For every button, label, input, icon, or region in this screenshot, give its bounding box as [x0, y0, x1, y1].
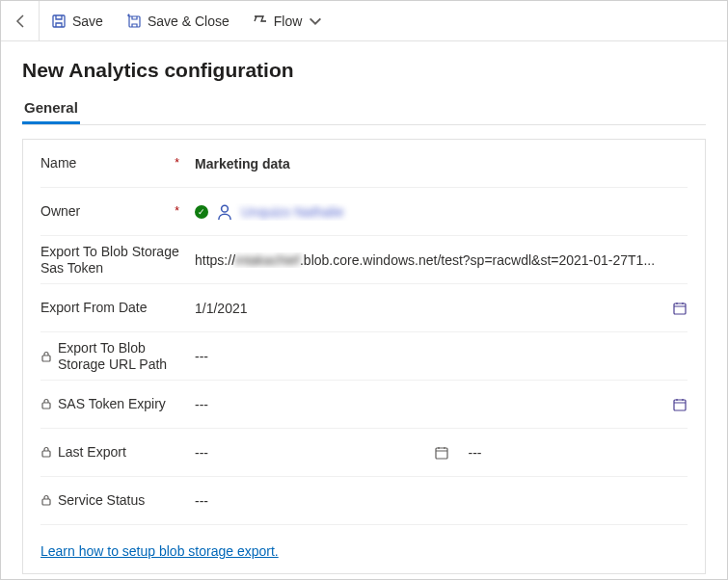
- save-close-icon: [126, 13, 142, 29]
- label-last-export: Last Export: [58, 444, 126, 461]
- row-name: Name * Marketing data: [40, 140, 688, 188]
- svg-rect-5: [42, 403, 50, 409]
- svg-point-2: [222, 205, 229, 212]
- label-sas-token: Export To Blob Storage Sas Token: [40, 244, 195, 277]
- svg-rect-7: [42, 451, 50, 457]
- flow-icon: [253, 13, 268, 29]
- form-panel: Name * Marketing data Owner * Unquizo Na…: [22, 139, 706, 574]
- svg-rect-0: [53, 15, 65, 27]
- owner-field[interactable]: Unquizo Nathalie: [195, 203, 688, 221]
- command-bar: Save Save & Close Flow: [1, 1, 727, 41]
- lock-icon: [40, 446, 52, 458]
- page-content: New Analytics configuration General Name…: [1, 41, 727, 580]
- svg-rect-8: [436, 448, 447, 459]
- lock-icon: [40, 494, 52, 506]
- sas-host: intakachief: [235, 252, 300, 268]
- owner-name: Unquizo Nathalie: [241, 204, 344, 220]
- svg-rect-4: [42, 356, 50, 361]
- save-icon: [51, 13, 67, 29]
- row-owner: Owner * Unquizo Nathalie: [40, 188, 688, 236]
- service-status-field: ---: [195, 493, 688, 509]
- export-from-field[interactable]: 1/1/2021: [195, 301, 688, 316]
- save-button[interactable]: Save: [40, 1, 115, 40]
- label-name: Name: [40, 155, 76, 171]
- label-owner: Owner: [40, 203, 80, 220]
- person-icon: [216, 203, 233, 221]
- flow-label: Flow: [274, 13, 303, 29]
- label-sas-expiry: SAS Token Expiry: [58, 396, 166, 412]
- presence-available-icon: [195, 205, 208, 219]
- row-export-from: Export From Date 1/1/2021: [40, 284, 688, 332]
- row-sas-token: Export To Blob Storage Sas Token https:/…: [40, 236, 688, 284]
- chevron-down-icon: [308, 13, 323, 29]
- lock-icon: [40, 351, 52, 362]
- flow-button[interactable]: Flow: [241, 1, 336, 40]
- save-close-label: Save & Close: [148, 13, 229, 29]
- sas-prefix: https://: [195, 252, 235, 268]
- row-url-path: Export To Blob Storage URL Path ---: [40, 332, 688, 381]
- save-close-button[interactable]: Save & Close: [115, 1, 241, 40]
- sas-token-field[interactable]: https://intakachief.blob.core.windows.ne…: [195, 252, 688, 268]
- name-field[interactable]: Marketing data: [195, 156, 688, 171]
- sas-expiry-field: ---: [195, 397, 208, 412]
- sas-suffix: .blob.core.windows.net/test?sp=racwdl&st…: [300, 252, 655, 268]
- calendar-icon[interactable]: [672, 301, 688, 316]
- last-export-time-field: ---: [469, 445, 688, 461]
- back-button[interactable]: [1, 1, 40, 40]
- svg-rect-3: [674, 303, 686, 314]
- svg-rect-9: [42, 499, 50, 505]
- required-indicator: *: [175, 156, 195, 170]
- page-title: New Analytics configuration: [22, 59, 706, 82]
- calendar-icon[interactable]: [434, 445, 449, 461]
- label-service-status: Service Status: [58, 492, 145, 509]
- label-export-from: Export From Date: [40, 300, 147, 316]
- row-sas-expiry: SAS Token Expiry ---: [40, 381, 688, 429]
- row-last-export: Last Export --- ---: [40, 429, 688, 477]
- last-export-date-field: ---: [195, 445, 415, 461]
- tab-general[interactable]: General: [22, 95, 80, 124]
- label-url-path: Export To Blob Storage URL Path: [58, 340, 195, 373]
- export-from-value: 1/1/2021: [195, 301, 248, 316]
- lock-icon: [40, 398, 52, 409]
- tabs: General: [22, 95, 706, 125]
- help-link[interactable]: Learn how to setup blob storage export.: [40, 543, 279, 559]
- svg-rect-6: [674, 400, 686, 410]
- save-label: Save: [72, 13, 103, 29]
- required-indicator: *: [175, 204, 195, 218]
- row-service-status: Service Status ---: [40, 477, 688, 525]
- url-path-field: ---: [195, 349, 688, 364]
- calendar-icon[interactable]: [672, 397, 688, 412]
- svg-rect-1: [129, 16, 140, 27]
- row-help-link: Learn how to setup blob storage export.: [40, 525, 688, 573]
